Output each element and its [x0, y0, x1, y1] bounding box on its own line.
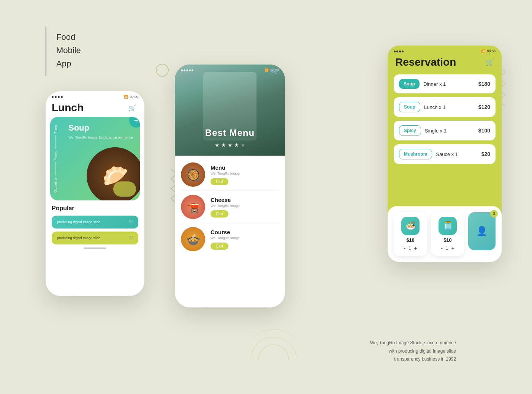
menu-item-3-image: 🍲 [181, 227, 205, 251]
reservation-rows: Soup Dinner x 1 $180 Soup Lunch x 1 $120… [388, 74, 502, 164]
phone3-frame: 📶 00:00 Reservation 🛒 Soup Dinner x 1 $1… [388, 46, 502, 262]
phone2-hero: 📶 00:00 🛒 Best Menu ★ ★ ★ ★ ★ [175, 65, 285, 156]
reservation-row-3-info: Single x 1 [425, 128, 475, 134]
phone1-header: Lunch 🛒 [46, 100, 144, 117]
phone3-battery: 00:00 [487, 49, 496, 53]
menu-list: 🥘 Menu We, TongRo Image Cart 🫕 Cheese We… [175, 156, 285, 258]
phone1-title: Lunch [52, 102, 84, 114]
order-section: 🍜 $10 - 1 + 🫙 $10 - 1 + 3 👤 [388, 206, 502, 262]
menu-item-3: 🍲 Course We, TongRo Image Cart [181, 223, 279, 255]
menu-item-1-info: Menu We, TongRo Image Cart [211, 164, 279, 185]
time-label: Time [54, 125, 57, 134]
popular-item-2-text: producing digital Image slide [57, 236, 100, 240]
branding-line2: Mobile [56, 46, 81, 55]
stepper-2-value: 1 [446, 246, 448, 251]
branding-block: Food Mobile App [49, 30, 81, 71]
reservation-row-3: Spicy Single x 1 $100 [394, 121, 496, 140]
menu-item-3-info: Course We, TongRo Image Cart [211, 229, 279, 250]
reservation-row-3-price: $100 [478, 128, 490, 134]
reservation-row-1-info: Dinner x 1 [423, 81, 475, 87]
menu-label: Menu [54, 150, 57, 161]
svg-point-0 [258, 345, 289, 360]
footer-text: We, TongRo Image Stock, since ommence wi… [370, 339, 456, 364]
heart-icon-1: ♡ [129, 219, 133, 225]
order-avatar-card[interactable]: 3 👤 [468, 212, 496, 250]
decorative-arcs [251, 322, 296, 360]
reservation-row-4: Mushroom Sauce x 1 $20 [394, 144, 496, 164]
menu-item-3-desc: We, TongRo Image [211, 236, 279, 240]
order-price-1: $10 [406, 237, 415, 243]
menu-item-1-desc: We, TongRo Image [211, 172, 279, 175]
menu-item-3-cart-button[interactable]: Cart [211, 243, 228, 250]
reservation-title: Reservation [395, 56, 456, 68]
order-price-2: $10 [443, 237, 452, 243]
menu-item-1-image: 🥘 [181, 162, 205, 187]
menu-item-2-cart-button[interactable]: Cart [211, 210, 228, 217]
phone3-wifi-icon: 📶 [481, 49, 485, 53]
menu-item-2-desc: We, TongRo Image [211, 204, 279, 208]
decorative-circle-top [156, 64, 169, 77]
stepper-1-plus[interactable]: + [414, 245, 417, 251]
phone1-status-bar: 📶 00:00 [46, 91, 144, 100]
mushroom-tag: Mushroom [399, 149, 432, 159]
reservation-row-4-info: Sauce x 1 [436, 151, 477, 157]
menu-item-1-cart-button[interactable]: Cart [211, 178, 228, 185]
star-1: ★ [215, 142, 220, 148]
soup-card-labels: Time Menu Quantity [50, 117, 61, 200]
order-card-1: 🍜 $10 - 1 + [394, 212, 427, 256]
order-icon-2: 🫙 [439, 217, 457, 235]
soup-card-title: Soup [68, 123, 134, 133]
star-5: ★ [241, 142, 245, 148]
soup-tag-filled: Soup [399, 79, 420, 89]
phone1-battery: 00:00 [130, 95, 138, 99]
phone2-hero-title: Best Menu [205, 128, 255, 138]
stepper-1-minus[interactable]: - [404, 245, 405, 251]
heart-icon-2: ♡ [129, 235, 133, 241]
menu-item-1: 🥘 Menu We, TongRo Image Cart [181, 159, 279, 191]
popular-section: Popular producing digital Image slide ♡ … [46, 200, 144, 244]
phone3-status-bar: 📶 00:00 [388, 46, 502, 55]
soup-card-content: Soup We, TongRo Image Stock, since ommen… [68, 123, 134, 140]
menu-item-2: 🫕 Cheese We, TongRo Image Cart [181, 191, 279, 223]
footer-line3: transparency business in 1992 [370, 355, 456, 364]
phone1-frame: 📶 00:00 Lunch 🛒 + Time Menu Quantity Sou… [46, 91, 144, 296]
spicy-tag: Spicy [399, 125, 421, 136]
branding-line3: App [56, 59, 71, 68]
star-4: ★ [234, 142, 239, 148]
stepper-2-minus[interactable]: - [441, 245, 443, 251]
reservation-row-2-price: $120 [478, 104, 490, 110]
phone2-wifi-icon: 📶 [264, 68, 269, 72]
popular-item-1[interactable]: producing digital Image slide ♡ [52, 216, 138, 229]
popular-item-2[interactable]: producing digital Image slide ♡ [52, 232, 138, 244]
phone2-frame: 📶 00:00 🛒 Best Menu ★ ★ ★ ★ ★ 🥘 Menu We,… [175, 65, 285, 307]
stepper-1-value: 1 [408, 246, 411, 251]
soup-tag-outline: Soup [399, 102, 420, 112]
phone1-cart-button[interactable]: 🛒 [126, 102, 138, 114]
soup-card: + Time Menu Quantity Soup We, TongRo Ima… [50, 117, 140, 200]
branding-line1: Food [56, 32, 75, 42]
reservation-cart-button[interactable]: 🛒 [486, 58, 494, 66]
menu-item-3-name: Course [211, 229, 279, 235]
avatar-icon: 👤 [476, 226, 488, 236]
reservation-row-1-price: $180 [478, 81, 490, 87]
reservation-row-2: Soup Lunch x 1 $120 [394, 97, 496, 117]
order-card-2: 🫙 $10 - 1 + [431, 212, 464, 256]
avatar-count: 3 [490, 210, 498, 217]
phone3-header: Reservation 🛒 [388, 55, 502, 74]
menu-item-1-name: Menu [211, 164, 279, 171]
stepper-2-plus[interactable]: + [451, 245, 454, 251]
reservation-row-4-price: $20 [481, 151, 490, 157]
svg-point-1 [251, 337, 296, 360]
reservation-row-1: Soup Dinner x 1 $180 [394, 74, 496, 93]
yellow-accent-blob [113, 181, 136, 197]
reservation-row-2-info: Lunch x 1 [424, 104, 475, 110]
star-3: ★ [228, 142, 233, 148]
menu-item-2-image: 🫕 [181, 195, 205, 219]
soup-card-description: We, TongRo Image Stock, since ommence [68, 135, 134, 140]
order-stepper-1: - 1 + [404, 245, 417, 251]
star-rating: ★ ★ ★ ★ ★ [215, 142, 245, 148]
menu-item-2-name: Cheese [211, 197, 279, 203]
phone2-cart-button[interactable]: 🛒 [271, 68, 279, 76]
footer-line1: We, TongRo Image Stock, since ommence [370, 339, 456, 347]
order-icon-1: 🍜 [401, 217, 420, 235]
